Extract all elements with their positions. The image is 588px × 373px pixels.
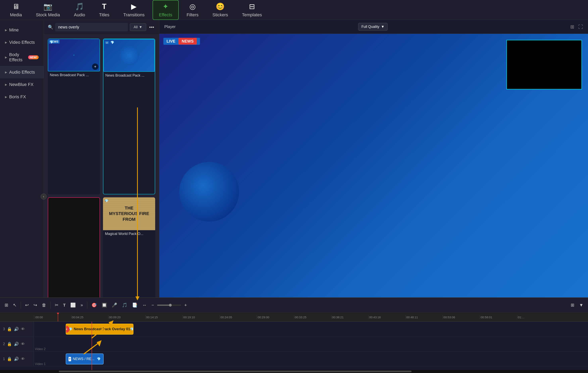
transitions-icon: ▶ [131, 2, 137, 11]
grid-icon[interactable]: ⊞ [570, 24, 574, 30]
sidebar-item-video-effects[interactable]: ▶ Video Effects [0, 36, 44, 49]
eye-icon[interactable]: 👁 [21, 342, 25, 346]
sidebar-item-body-effects[interactable]: ▶ Body Effects NEW! [0, 49, 44, 66]
nav-media[interactable]: 🖥 Media [4, 0, 28, 20]
redo-button[interactable]: ↪ [32, 302, 39, 309]
nav-media-label: Media [10, 12, 22, 18]
sidebar-mine-label: Mine [9, 28, 19, 33]
premium-badge: LI 💎 [105, 40, 114, 44]
zoom-track[interactable] [157, 304, 181, 306]
track-row-2: 2 🔒 🔊 👁 Video 2 [0, 337, 588, 352]
minus-button[interactable]: − [150, 302, 156, 309]
search-bar: 🔍 All ▼ ••• [44, 20, 159, 35]
sidebar-audio-effects-label: Audio Effects [9, 70, 35, 75]
effect-thumbnail-magical: THEMYSTERIOUS FIREFROM 💎 [103, 197, 155, 230]
effect-card-news2[interactable]: LI 💎 News Broadcast Pack ... [103, 39, 155, 194]
sidebar-collapse-button[interactable]: ‹ [41, 193, 47, 200]
sidebar-item-newblue-fx[interactable]: ▶ NewBlue FX [0, 78, 44, 91]
nav-templates[interactable]: ⊟ Templates [236, 0, 268, 20]
track-row-3: 3 🔒 🔊 👁 ✂ 💎 News Broadcast Pack Overlay … [0, 322, 588, 337]
nav-stock-media[interactable]: 📷 Stock Media [30, 0, 66, 20]
track-number-1: 1 [3, 357, 5, 361]
newspaper-bg: THEMYSTERIOUS FIREFROM [103, 197, 155, 230]
effect-thumbnail-news1: NEWS 💎 + [48, 39, 100, 71]
nav-effects[interactable]: ✦ Effects [153, 0, 179, 20]
transition-button[interactable]: ↔ [141, 302, 148, 309]
ruler-mark-8: 00:38:21 [331, 315, 368, 319]
playhead[interactable] [58, 313, 58, 322]
sidebar-item-mine[interactable]: ▶ Mine [0, 24, 44, 36]
timeline-toolbar: ⊞ ↖ ↩ ↪ 🗑 ✂ T ⬜ » 🎯 🔲 🎤 🎵 📑 ↔ − + ⊞ ▼ [0, 298, 588, 313]
lock-icon[interactable]: 🔒 [7, 327, 12, 332]
snap-button[interactable]: 🎯 [90, 302, 98, 309]
lock-icon[interactable]: 🔒 [7, 342, 12, 346]
undo-button[interactable]: ↩ [23, 302, 30, 309]
sidebar-item-audio-effects[interactable]: ▶ Audio Effects [0, 66, 44, 78]
eye-icon[interactable]: 👁 [21, 357, 25, 361]
premium-icon: 💎 [49, 40, 53, 44]
quality-label: Full Quality [361, 25, 379, 29]
audio-icon[interactable]: 🔊 [14, 356, 19, 361]
timeline-scrollbar[interactable] [0, 370, 588, 373]
ruler-marks-container: :00:00 00:04:25 00:09:20 00:14:15 00:19:… [34, 315, 554, 319]
filter-button[interactable]: All ▼ [130, 23, 146, 31]
select-tool-button[interactable]: ↖ [11, 302, 18, 309]
clip-news-broadcast[interactable]: ✂ 💎 News Broadcast Pack Overlay 01 💎 [66, 324, 134, 335]
nav-filters[interactable]: ◎ Filters [181, 0, 205, 20]
audio-rec-button[interactable]: 🎤 [110, 302, 119, 309]
add-button[interactable]: + [92, 63, 98, 70]
effect-thumbnail-news2: LI 💎 [103, 39, 155, 72]
track-label-2: Video 2 [35, 347, 46, 351]
audio-icon[interactable]: 🔊 [14, 342, 19, 346]
nav-transitions-label: Transitions [123, 12, 145, 18]
layer-button[interactable]: 📑 [130, 302, 139, 309]
nav-audio[interactable]: 🎵 Audio [68, 0, 91, 20]
effect-label-news1: News Broadcast Pack ... [48, 71, 100, 79]
crop-button[interactable]: ⬜ [69, 302, 77, 309]
nav-titles-label: Titles [99, 12, 109, 18]
track-content-3: ✂ 💎 News Broadcast Pack Overlay 01 💎 [34, 322, 588, 336]
eye-icon[interactable]: 👁 [21, 327, 25, 332]
add-track-button[interactable]: ⊞ [3, 302, 10, 309]
track-row-1: 1 🔒 🔊 👁 T NEWS / RE... 💎 Video 1 [0, 352, 588, 366]
ruler-mark-6: 00:29:00 [257, 315, 294, 319]
search-input[interactable] [55, 23, 128, 31]
more-options-button[interactable]: ••• [148, 23, 155, 31]
filters-icon: ◎ [189, 2, 196, 11]
track-controls-2: 2 🔒 🔊 👁 [0, 337, 34, 351]
plus-button[interactable]: + [183, 302, 189, 309]
sidebar-video-effects-label: Video Effects [9, 40, 35, 45]
stock-media-icon: 📷 [43, 2, 52, 11]
media-icon: 🖥 [12, 2, 20, 11]
magnet-button[interactable]: 🔲 [100, 302, 109, 309]
cut-button[interactable]: ✂ [53, 302, 60, 309]
clip-news-text[interactable]: T NEWS / RE... 💎 [66, 353, 104, 364]
sidebar-boris-label: Boris FX [9, 94, 26, 100]
sidebar-item-boris-fx[interactable]: ▶ Boris FX [0, 91, 44, 103]
expand-button[interactable]: ▼ [578, 302, 585, 309]
arrow-icon: ▶ [5, 29, 7, 32]
quality-selector[interactable]: Full Quality ▼ [358, 23, 388, 31]
delete-button[interactable]: 🗑 [40, 302, 48, 309]
zoom-thumb[interactable] [169, 304, 172, 307]
nav-stickers[interactable]: 😊 Stickers [207, 0, 234, 20]
more-tools-button[interactable]: » [79, 302, 84, 309]
zoom-control [157, 304, 181, 306]
fullscreen-icon[interactable]: ⛶ [578, 24, 583, 30]
search-icon: 🔍 [48, 25, 53, 30]
scrollbar-thumb[interactable] [59, 371, 411, 372]
text-button[interactable]: T [62, 302, 67, 309]
ruler-mark-4: 00:19:10 [182, 315, 220, 319]
ruler-mark-3: 00:14:15 [145, 315, 183, 319]
nav-transitions[interactable]: ▶ Transitions [117, 0, 151, 20]
ruler-mark-0: :00:00 [34, 315, 71, 319]
templates-icon: ⊟ [249, 2, 255, 11]
audio-icon[interactable]: 🔊 [14, 327, 19, 332]
music-button[interactable]: 🎵 [120, 302, 129, 309]
effect-card-news1[interactable]: NEWS 💎 + News Broadcast Pack ... [48, 39, 100, 194]
lock-icon[interactable]: 🔒 [7, 356, 12, 361]
text-clip-icon: T [69, 357, 71, 361]
nav-titles[interactable]: T Titles [93, 0, 115, 20]
grid-view-button[interactable]: ⊞ [569, 302, 576, 309]
track-label-1: Video 1 [35, 362, 46, 366]
